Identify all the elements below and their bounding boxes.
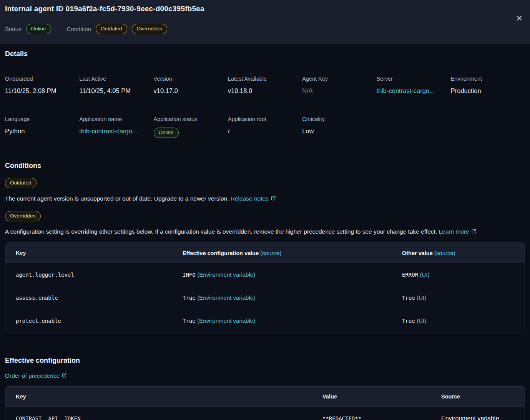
detail-field-application-name: Application name thib-contrast-cargo... [79,116,153,138]
modal-header: Internal agent ID 019a6f2a-fc5d-7930-9ee… [0,0,530,43]
column-header-effective-value: Effective configuration value (source) [172,250,392,256]
detail-label: Language [5,116,79,122]
other-value-cell: True (UI) [392,317,525,324]
condition-badge-overridden: Overridden [132,24,168,34]
config-value: **REDACTED** [312,415,431,420]
effective-value-cell: INFO (Environment variable) [172,271,392,278]
outdated-badge: Outdated [5,178,37,188]
detail-field-onboarded: Onboarded 11/10/25, 2:08 PM [5,76,79,95]
close-icon[interactable]: ✕ [514,13,525,24]
modal-body: Details Onboarded 11/10/25, 2:08 PM Last… [0,50,530,420]
detail-field-application-status: Application status Online [154,116,228,138]
detail-value: Python [5,128,79,135]
detail-value: v10.18.0 [228,87,302,95]
order-of-precedence-link[interactable]: Order of precedence [5,372,67,380]
effective-value-cell: True (Environment variable) [172,294,392,301]
detail-value: N/A [302,87,376,95]
table-row: agent.logger.level INFO (Environment var… [5,263,525,286]
source-link[interactable]: (source) [434,250,455,256]
detail-label: Application name [79,116,153,122]
detail-label: Application root [228,116,302,122]
detail-field-environment: Environment Production [451,76,525,95]
table-header-row: Key Effective configuration value (sourc… [5,243,525,263]
detail-value: / [228,128,302,135]
effective-source-link[interactable]: (Environment variable) [197,294,255,301]
detail-value: Low [302,128,376,135]
table-row: CONTRAST__API__TOKEN **REDACTED** Enviro… [5,407,525,420]
detail-label: Version [154,76,228,82]
config-key: CONTRAST__API__TOKEN [5,415,312,420]
effective-configuration-table: Key Value Source CONTRAST__API__TOKEN **… [5,386,525,420]
outdated-badge-row: Outdated [5,178,525,188]
overridden-description: A configuration setting is overriding ot… [5,228,525,236]
other-value-cell: True (UI) [392,294,525,301]
config-key: agent.logger.level [5,272,172,278]
effective-source-link[interactable]: (Environment variable) [197,317,255,324]
detail-label: Agent Key [302,76,376,82]
details-heading: Details [5,50,525,58]
column-header-key: Key [5,250,172,256]
conditions-heading: Conditions [5,162,525,170]
status-label: Status [5,26,22,32]
detail-field-agent-key: Agent Key N/A [302,76,376,95]
other-value-cell: ERROR (UI) [392,271,525,278]
table-row: protect.enable True (Environment variabl… [5,309,525,332]
detail-field-language: Language Python [5,116,79,138]
column-header-key: Key [5,393,312,400]
table-header-row: Key Value Source [5,387,525,407]
other-source-link[interactable]: (UI) [417,317,426,324]
other-source-link[interactable]: (UI) [417,294,426,301]
overridden-text: A configuration setting is overriding ot… [5,228,439,235]
condition-label: Condition [67,26,91,32]
external-link-icon [61,373,67,380]
column-header-other-value: Other value (source) [392,250,525,256]
detail-value: v10.17.0 [154,87,228,95]
config-source: Environment variable [431,415,525,420]
config-key: protect.enable [5,318,172,324]
column-header-value: Value [312,393,431,400]
column-header-source: Source [431,393,525,400]
details-grid-row2: Language Python Application name thib-co… [5,116,525,138]
effective-configuration-heading: Effective configuration [5,357,525,365]
details-grid-row1: Onboarded 11/10/25, 2:08 PM Last Active … [5,76,525,95]
detail-field-server: Server thib-contrast-cargo... [376,76,450,95]
detail-label: Server [376,76,450,82]
detail-label: Criticality [302,116,376,122]
detail-value: Production [451,87,525,95]
status-badge: Online [26,24,51,34]
detail-label: Environment [451,76,525,82]
server-link[interactable]: thib-contrast-cargo... [376,87,434,94]
outdated-description: The current agent version is unsupported… [5,195,525,203]
detail-field-latest-available: Latest Available v10.18.0 [228,76,302,95]
detail-field-version: Version v10.17.0 [154,76,228,95]
config-key: assess.enable [5,295,172,301]
application-status-badge: Online [154,128,179,138]
detail-field-last-active: Last Active 11/10/25, 4:05 PM [79,76,153,95]
overridden-badge-row: Overridden [5,211,525,221]
detail-label: Onboarded [5,76,79,82]
release-notes-link[interactable]: Release notes [231,195,276,202]
detail-value: 11/10/25, 4:05 PM [79,87,153,95]
outdated-text: The current agent version is unsupported… [5,195,231,202]
overridden-badge: Overridden [5,211,41,221]
effective-source-link[interactable]: (Environment variable) [197,271,255,278]
detail-label: Last Active [79,76,153,82]
learn-more-link[interactable]: Learn more [439,228,476,235]
detail-field-criticality: Criticality Low [302,116,376,138]
external-link-icon [471,228,477,236]
overridden-config-table: Key Effective configuration value (sourc… [5,242,525,332]
effective-value-cell: True (Environment variable) [172,317,392,324]
other-source-link[interactable]: (UI) [420,271,430,278]
detail-field-application-root: Application root / [228,116,302,138]
external-link-icon [271,195,276,203]
page-title: Internal agent ID 019a6f2a-fc5d-7930-9ee… [5,5,524,13]
application-name-link[interactable]: thib-contrast-cargo... [79,128,137,134]
table-row: assess.enable True (Environment variable… [5,286,525,309]
source-link[interactable]: (source) [260,250,281,256]
detail-label: Latest Available [228,76,302,82]
detail-label: Application status [154,116,228,122]
status-row: Status Online Condition Outdated Overrid… [5,24,524,34]
agent-detail-modal: Internal agent ID 019a6f2a-fc5d-7930-9ee… [0,0,530,420]
condition-badge-outdated: Outdated [96,24,127,34]
detail-value: 11/10/25, 2:08 PM [5,87,79,95]
